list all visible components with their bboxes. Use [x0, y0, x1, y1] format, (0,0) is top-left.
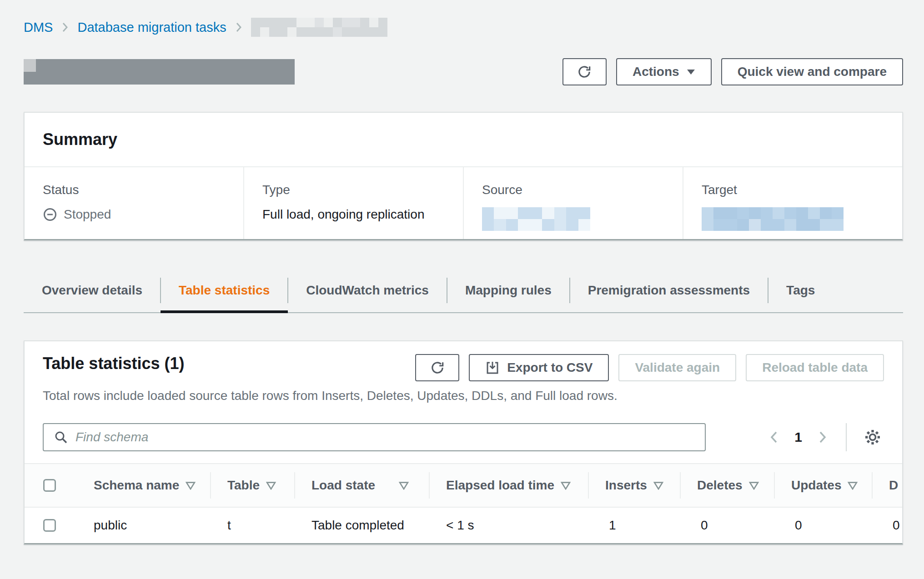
- table-refresh-button[interactable]: [415, 354, 459, 381]
- type-value: Full load, ongoing replication: [262, 207, 454, 222]
- pagination: 1: [764, 423, 886, 451]
- cell-updates: 0: [774, 508, 872, 543]
- quick-view-compare-label: Quick view and compare: [738, 65, 887, 79]
- column-header-load-state[interactable]: Load state: [294, 464, 429, 507]
- tab-premigration-assessments[interactable]: Premigration assessments: [570, 270, 768, 313]
- breadcrumb-separator-icon: [236, 21, 242, 33]
- export-csv-button[interactable]: Export to CSV: [469, 354, 609, 381]
- refresh-button[interactable]: [562, 58, 607, 85]
- validate-again-label: Validate again: [635, 360, 720, 375]
- tab-mapping-rules[interactable]: Mapping rules: [447, 270, 570, 313]
- column-label: Updates: [791, 478, 841, 493]
- column-header-table[interactable]: Table: [210, 464, 294, 507]
- cell-deletes: 0: [680, 508, 774, 543]
- actions-button-label: Actions: [633, 65, 679, 79]
- column-header-elapsed-load-time[interactable]: Elapsed load time: [429, 464, 588, 507]
- column-label: Schema name: [94, 478, 179, 493]
- column-label: Load state: [311, 478, 375, 493]
- summary-field-status: Status Stopped: [25, 167, 243, 239]
- column-header-deletes[interactable]: Deletes: [680, 464, 774, 507]
- table-statistics-actions: Export to CSV Validate again Reload tabl…: [415, 354, 884, 381]
- tab-cloudwatch-metrics[interactable]: CloudWatch metrics: [288, 270, 447, 313]
- current-page-number: 1: [794, 429, 802, 445]
- type-label: Type: [262, 183, 454, 197]
- tab-table-statistics[interactable]: Table statistics: [161, 270, 288, 313]
- table-row: public t Table completed < 1 s 1 0 0 0: [25, 508, 902, 543]
- status-badge: Stopped: [64, 207, 111, 222]
- sort-icon: [186, 481, 196, 490]
- table-settings-button[interactable]: [859, 429, 886, 446]
- gear-icon: [864, 429, 881, 446]
- sort-icon: [653, 481, 663, 490]
- status-stopped-icon: [43, 207, 57, 222]
- reload-table-data-button[interactable]: Reload table data: [746, 354, 884, 381]
- summary-field-type: Type Full load, ongoing replication: [243, 167, 463, 239]
- column-label: Table: [227, 478, 260, 493]
- refresh-icon: [577, 64, 592, 80]
- chevron-left-icon: [769, 429, 779, 445]
- summary-panel: Summary Status Stopped Type Full load,: [24, 112, 903, 240]
- table-toolbar: 1: [25, 423, 902, 451]
- cell-table: t: [210, 508, 294, 543]
- previous-page-button[interactable]: [764, 429, 783, 445]
- cell-load-state: Table completed: [294, 508, 429, 543]
- task-name-redacted: [24, 59, 295, 85]
- row-checkbox[interactable]: [43, 519, 56, 532]
- refresh-icon: [430, 360, 445, 375]
- row-select-cell: [25, 508, 76, 543]
- source-label: Source: [482, 183, 673, 197]
- search-icon: [54, 430, 68, 444]
- column-header-updates[interactable]: Updates: [774, 464, 872, 507]
- status-label: Status: [43, 183, 234, 197]
- export-csv-label: Export to CSV: [507, 360, 593, 375]
- breadcrumb-separator-icon: [62, 21, 68, 33]
- breadcrumb-current-redacted: [251, 18, 387, 37]
- summary-body: Status Stopped Type Full load, ongoing r…: [25, 167, 902, 239]
- breadcrumb-link-tasks[interactable]: Database migration tasks: [77, 20, 226, 35]
- cell-ddls-clipped: 0: [872, 508, 903, 543]
- breadcrumb-link-dms[interactable]: DMS: [24, 20, 53, 35]
- column-label: Inserts: [605, 478, 647, 493]
- chevron-right-icon: [818, 429, 828, 445]
- select-all-cell: [25, 464, 76, 507]
- task-tabs: Overview details Table statistics CloudW…: [24, 270, 903, 313]
- target-endpoint-redacted-link[interactable]: [702, 207, 844, 231]
- column-label: D: [889, 478, 898, 493]
- sort-icon: [561, 481, 571, 490]
- table-header-row: Schema name Table Load state Elapsed loa…: [25, 463, 902, 508]
- table-statistics-title: Table statistics (1): [43, 354, 184, 373]
- pagination-divider: [846, 423, 847, 451]
- table-statistics-panel: Table statistics (1): [24, 340, 903, 544]
- next-page-button[interactable]: [813, 429, 832, 445]
- column-header-ddls-clipped[interactable]: D: [872, 464, 903, 507]
- cell-inserts: 1: [588, 508, 680, 543]
- quick-view-compare-button[interactable]: Quick view and compare: [721, 58, 903, 85]
- tab-overview-details[interactable]: Overview details: [24, 270, 161, 313]
- column-label: Elapsed load time: [446, 478, 554, 493]
- actions-button[interactable]: Actions: [616, 58, 712, 85]
- search-input[interactable]: [75, 424, 705, 450]
- cell-elapsed-load-time: < 1 s: [429, 508, 588, 543]
- validate-again-button[interactable]: Validate again: [618, 354, 736, 381]
- schema-search: [43, 423, 706, 451]
- table-statistics-table: Schema name Table Load state Elapsed loa…: [25, 463, 902, 543]
- reload-table-data-label: Reload table data: [762, 360, 868, 375]
- summary-field-source: Source: [463, 167, 683, 239]
- source-endpoint-redacted-link[interactable]: [482, 207, 590, 231]
- column-header-schema-name[interactable]: Schema name: [76, 464, 210, 507]
- page-actions: Actions Quick view and compare: [562, 58, 903, 85]
- sort-icon: [399, 481, 409, 490]
- caret-down-icon: [687, 69, 695, 75]
- summary-field-target: Target: [683, 167, 902, 239]
- dms-task-page: DMS Database migration tasks Actions: [0, 0, 924, 544]
- sort-icon: [848, 481, 858, 490]
- column-label: Deletes: [697, 478, 743, 493]
- column-header-inserts[interactable]: Inserts: [588, 464, 680, 507]
- summary-panel-header: Summary: [25, 113, 902, 167]
- page-header: Actions Quick view and compare: [24, 58, 903, 85]
- tab-tags[interactable]: Tags: [768, 270, 833, 313]
- select-all-checkbox[interactable]: [43, 479, 56, 492]
- download-icon: [485, 360, 500, 375]
- breadcrumb: DMS Database migration tasks: [24, 18, 903, 36]
- table-statistics-header: Table statistics (1): [25, 341, 902, 381]
